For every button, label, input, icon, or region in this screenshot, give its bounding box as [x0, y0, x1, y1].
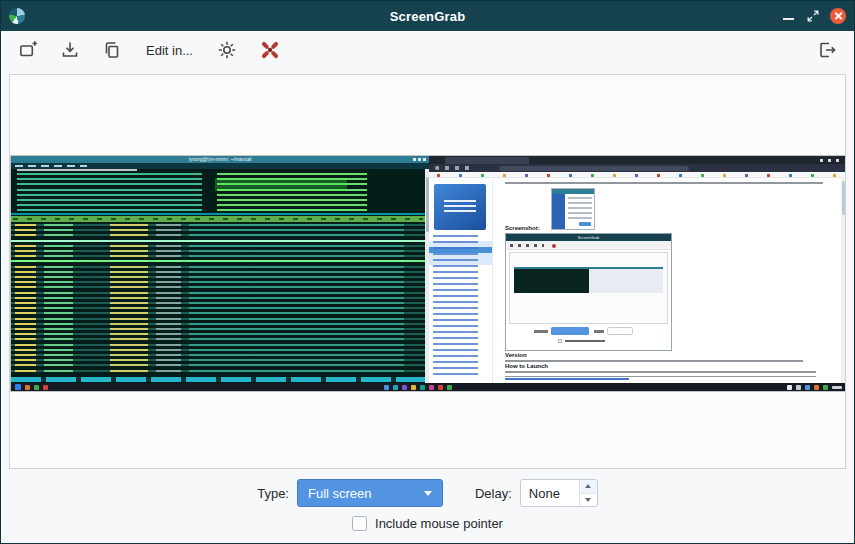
mini-screengrab-thumb — [514, 267, 663, 293]
heading-how-to-launch: How to Launch — [505, 363, 548, 370]
preview-pane: lynorg@lyn-mmm: ~/manual — [9, 74, 846, 469]
embedded-screengrab-screenshot: ScreenGrab — [505, 233, 672, 351]
screengrab-logo-icon — [259, 39, 281, 61]
thumb-taskbar — [11, 383, 846, 391]
spin-up-button[interactable] — [580, 480, 597, 494]
taskbar-icon — [402, 385, 407, 390]
taskbar-icon — [25, 385, 30, 390]
delay-spinbox[interactable]: None — [520, 479, 598, 507]
thumb-terminal-titlebar: lynorg@lyn-mmm: ~/manual — [11, 156, 429, 163]
thumb-browser-window: Screenshot: ScreenGrab — [429, 156, 846, 383]
quit-icon — [817, 40, 837, 60]
save-icon — [60, 40, 80, 60]
taskbar-icon — [411, 385, 416, 390]
paragraph-text — [505, 182, 823, 186]
process-row-highlight — [11, 260, 425, 262]
small-shot-lines — [568, 197, 592, 221]
heading-version: Version — [505, 352, 527, 359]
manual-content: Screenshot: ScreenGrab — [505, 181, 836, 383]
include-pointer-checkbox[interactable] — [352, 516, 367, 531]
mini-screengrab-titlebar: ScreenGrab — [506, 234, 671, 241]
edit-in-button[interactable]: Edit in... — [141, 40, 198, 61]
browser-nav-icons — [435, 166, 475, 170]
window-controls — [782, 1, 846, 31]
mini-type-combo — [551, 327, 589, 335]
terminal-separator — [11, 213, 425, 215]
taskbar-icon — [429, 385, 434, 390]
mini-delay-label — [594, 330, 604, 333]
taskbar-icon — [34, 385, 39, 390]
browser-tabbar — [429, 156, 846, 164]
copy-button[interactable] — [99, 37, 125, 63]
mini-screengrab-controls — [506, 326, 671, 348]
screenshot-thumbnail: lynorg@lyn-mmm: ~/manual — [11, 156, 846, 391]
embedded-screenshot-small — [551, 188, 595, 230]
maximize-button[interactable] — [806, 10, 819, 23]
taskbar-icon — [796, 385, 801, 390]
type-delay-row: Type: Full screen Delay: None — [257, 479, 598, 507]
htop-header-row — [11, 216, 425, 222]
taskbar-icon — [438, 385, 443, 390]
process-column — [15, 224, 36, 372]
browser-window-buttons — [820, 159, 842, 162]
browser-url-bar — [499, 166, 689, 171]
taskbar-icon — [814, 385, 819, 390]
taskbar-menu-icon — [15, 384, 21, 390]
process-column — [44, 224, 73, 372]
browser-bookmarks-bar — [429, 172, 846, 178]
new-screenshot-button[interactable] — [15, 37, 41, 63]
mini-screengrab-toolbar — [506, 241, 671, 250]
screengrab-logo-button[interactable] — [256, 36, 284, 64]
taskbar-icon — [447, 385, 452, 390]
terminal-prompt-line — [17, 169, 137, 171]
capture-controls: Type: Full screen Delay: None Include mo… — [1, 473, 854, 543]
save-button[interactable] — [57, 37, 83, 63]
htop-process-list — [11, 224, 425, 372]
taskbar-icon — [43, 385, 48, 390]
new-screenshot-icon — [18, 40, 38, 60]
mini-checkbox — [558, 339, 562, 343]
mini-type-label — [534, 330, 548, 333]
titlebar: ScreenGrab — [1, 1, 854, 31]
small-shot-button — [579, 222, 591, 226]
heading-screenshot: Screenshot: — [505, 225, 540, 232]
copy-icon — [102, 40, 122, 60]
taskbar-icon — [823, 385, 828, 390]
taskbar-icon — [393, 385, 398, 390]
type-label: Type: — [257, 486, 289, 501]
process-column — [110, 224, 147, 372]
minimize-button[interactable] — [782, 10, 795, 23]
delay-label: Delay: — [475, 486, 512, 501]
quit-button[interactable] — [814, 37, 840, 63]
spin-buttons — [579, 480, 597, 506]
process-column — [156, 224, 181, 372]
type-select[interactable]: Full screen — [297, 479, 443, 507]
taskbar-icon — [787, 385, 792, 390]
browser-tab — [445, 157, 529, 164]
maximize-icon — [807, 10, 819, 22]
process-column — [189, 224, 404, 372]
settings-button[interactable] — [214, 37, 240, 63]
mini-delay-spin — [607, 327, 633, 335]
pointer-row: Include mouse pointer — [352, 516, 503, 531]
toolbar: Edit in... — [1, 31, 854, 69]
close-button[interactable] — [830, 8, 846, 24]
sidebar-links — [433, 235, 488, 379]
mini-thumb-terminal — [514, 267, 589, 293]
taskbar-icon — [805, 385, 810, 390]
thumb-terminal-body — [11, 169, 429, 383]
browser-scrollbar — [841, 179, 846, 383]
chevron-down-icon — [424, 491, 432, 496]
spin-down-button[interactable] — [580, 494, 597, 507]
paragraph-text — [505, 360, 803, 362]
taskbar-icon — [420, 385, 425, 390]
mini-screengrab-preview — [509, 252, 668, 324]
htop-function-keys — [11, 377, 425, 382]
mini-checkbox-label — [565, 340, 605, 342]
paragraph-text — [505, 371, 816, 380]
type-select-value: Full screen — [308, 486, 372, 501]
screengrab-window: ScreenGrab — [0, 0, 855, 544]
app-logo-icon — [9, 8, 25, 24]
include-pointer-label: Include mouse pointer — [375, 516, 503, 531]
htop-cpu-meters — [17, 173, 202, 213]
